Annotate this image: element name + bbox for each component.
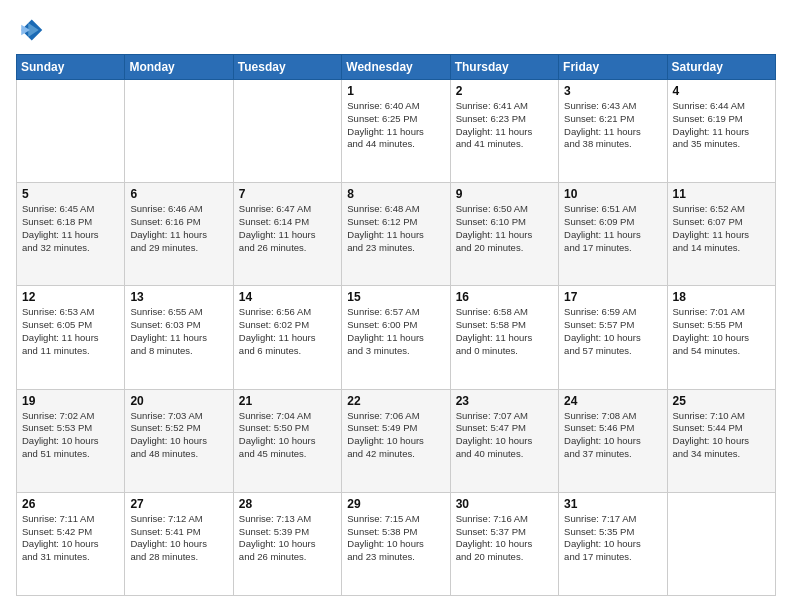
day-number: 11 (673, 187, 770, 201)
calendar-cell: 24Sunrise: 7:08 AM Sunset: 5:46 PM Dayli… (559, 389, 667, 492)
calendar-cell: 2Sunrise: 6:41 AM Sunset: 6:23 PM Daylig… (450, 80, 558, 183)
day-number: 25 (673, 394, 770, 408)
day-number: 4 (673, 84, 770, 98)
calendar-cell: 4Sunrise: 6:44 AM Sunset: 6:19 PM Daylig… (667, 80, 775, 183)
logo-icon (16, 16, 44, 44)
calendar-header-row: SundayMondayTuesdayWednesdayThursdayFrid… (17, 55, 776, 80)
day-info: Sunrise: 7:17 AM Sunset: 5:35 PM Dayligh… (564, 513, 661, 564)
day-of-week-header: Saturday (667, 55, 775, 80)
day-info: Sunrise: 7:13 AM Sunset: 5:39 PM Dayligh… (239, 513, 336, 564)
calendar-cell: 30Sunrise: 7:16 AM Sunset: 5:37 PM Dayli… (450, 492, 558, 595)
calendar-cell: 17Sunrise: 6:59 AM Sunset: 5:57 PM Dayli… (559, 286, 667, 389)
day-number: 17 (564, 290, 661, 304)
day-number: 7 (239, 187, 336, 201)
day-number: 19 (22, 394, 119, 408)
calendar-cell: 9Sunrise: 6:50 AM Sunset: 6:10 PM Daylig… (450, 183, 558, 286)
day-of-week-header: Monday (125, 55, 233, 80)
calendar-cell: 15Sunrise: 6:57 AM Sunset: 6:00 PM Dayli… (342, 286, 450, 389)
day-number: 5 (22, 187, 119, 201)
day-of-week-header: Wednesday (342, 55, 450, 80)
calendar-week-row: 12Sunrise: 6:53 AM Sunset: 6:05 PM Dayli… (17, 286, 776, 389)
day-number: 9 (456, 187, 553, 201)
day-info: Sunrise: 7:02 AM Sunset: 5:53 PM Dayligh… (22, 410, 119, 461)
calendar-week-row: 26Sunrise: 7:11 AM Sunset: 5:42 PM Dayli… (17, 492, 776, 595)
calendar-week-row: 5Sunrise: 6:45 AM Sunset: 6:18 PM Daylig… (17, 183, 776, 286)
day-info: Sunrise: 6:56 AM Sunset: 6:02 PM Dayligh… (239, 306, 336, 357)
calendar-cell: 22Sunrise: 7:06 AM Sunset: 5:49 PM Dayli… (342, 389, 450, 492)
calendar-cell: 27Sunrise: 7:12 AM Sunset: 5:41 PM Dayli… (125, 492, 233, 595)
calendar-cell (233, 80, 341, 183)
calendar-cell: 29Sunrise: 7:15 AM Sunset: 5:38 PM Dayli… (342, 492, 450, 595)
calendar-table: SundayMondayTuesdayWednesdayThursdayFrid… (16, 54, 776, 596)
day-info: Sunrise: 6:48 AM Sunset: 6:12 PM Dayligh… (347, 203, 444, 254)
day-number: 24 (564, 394, 661, 408)
day-number: 27 (130, 497, 227, 511)
day-number: 30 (456, 497, 553, 511)
calendar-cell: 10Sunrise: 6:51 AM Sunset: 6:09 PM Dayli… (559, 183, 667, 286)
day-of-week-header: Tuesday (233, 55, 341, 80)
calendar-cell: 23Sunrise: 7:07 AM Sunset: 5:47 PM Dayli… (450, 389, 558, 492)
calendar-cell: 1Sunrise: 6:40 AM Sunset: 6:25 PM Daylig… (342, 80, 450, 183)
calendar-page: SundayMondayTuesdayWednesdayThursdayFrid… (0, 0, 792, 612)
day-number: 23 (456, 394, 553, 408)
calendar-cell: 11Sunrise: 6:52 AM Sunset: 6:07 PM Dayli… (667, 183, 775, 286)
calendar-cell: 13Sunrise: 6:55 AM Sunset: 6:03 PM Dayli… (125, 286, 233, 389)
day-info: Sunrise: 7:03 AM Sunset: 5:52 PM Dayligh… (130, 410, 227, 461)
day-info: Sunrise: 6:50 AM Sunset: 6:10 PM Dayligh… (456, 203, 553, 254)
day-info: Sunrise: 7:07 AM Sunset: 5:47 PM Dayligh… (456, 410, 553, 461)
calendar-cell: 7Sunrise: 6:47 AM Sunset: 6:14 PM Daylig… (233, 183, 341, 286)
day-number: 3 (564, 84, 661, 98)
day-of-week-header: Sunday (17, 55, 125, 80)
calendar-cell: 16Sunrise: 6:58 AM Sunset: 5:58 PM Dayli… (450, 286, 558, 389)
calendar-cell: 3Sunrise: 6:43 AM Sunset: 6:21 PM Daylig… (559, 80, 667, 183)
day-number: 31 (564, 497, 661, 511)
calendar-cell: 20Sunrise: 7:03 AM Sunset: 5:52 PM Dayli… (125, 389, 233, 492)
day-info: Sunrise: 6:59 AM Sunset: 5:57 PM Dayligh… (564, 306, 661, 357)
day-number: 20 (130, 394, 227, 408)
day-number: 2 (456, 84, 553, 98)
day-info: Sunrise: 6:41 AM Sunset: 6:23 PM Dayligh… (456, 100, 553, 151)
calendar-week-row: 1Sunrise: 6:40 AM Sunset: 6:25 PM Daylig… (17, 80, 776, 183)
day-info: Sunrise: 6:52 AM Sunset: 6:07 PM Dayligh… (673, 203, 770, 254)
day-info: Sunrise: 6:57 AM Sunset: 6:00 PM Dayligh… (347, 306, 444, 357)
day-number: 14 (239, 290, 336, 304)
calendar-cell: 25Sunrise: 7:10 AM Sunset: 5:44 PM Dayli… (667, 389, 775, 492)
day-number: 18 (673, 290, 770, 304)
logo (16, 16, 46, 44)
calendar-cell: 31Sunrise: 7:17 AM Sunset: 5:35 PM Dayli… (559, 492, 667, 595)
page-header (16, 16, 776, 44)
day-info: Sunrise: 7:16 AM Sunset: 5:37 PM Dayligh… (456, 513, 553, 564)
calendar-cell: 6Sunrise: 6:46 AM Sunset: 6:16 PM Daylig… (125, 183, 233, 286)
day-info: Sunrise: 6:51 AM Sunset: 6:09 PM Dayligh… (564, 203, 661, 254)
day-number: 8 (347, 187, 444, 201)
day-info: Sunrise: 7:01 AM Sunset: 5:55 PM Dayligh… (673, 306, 770, 357)
calendar-cell: 28Sunrise: 7:13 AM Sunset: 5:39 PM Dayli… (233, 492, 341, 595)
day-number: 26 (22, 497, 119, 511)
day-info: Sunrise: 6:46 AM Sunset: 6:16 PM Dayligh… (130, 203, 227, 254)
day-info: Sunrise: 7:15 AM Sunset: 5:38 PM Dayligh… (347, 513, 444, 564)
calendar-cell (125, 80, 233, 183)
day-number: 12 (22, 290, 119, 304)
calendar-cell (667, 492, 775, 595)
day-number: 29 (347, 497, 444, 511)
calendar-cell: 12Sunrise: 6:53 AM Sunset: 6:05 PM Dayli… (17, 286, 125, 389)
day-number: 22 (347, 394, 444, 408)
day-info: Sunrise: 6:53 AM Sunset: 6:05 PM Dayligh… (22, 306, 119, 357)
calendar-cell: 21Sunrise: 7:04 AM Sunset: 5:50 PM Dayli… (233, 389, 341, 492)
calendar-cell: 18Sunrise: 7:01 AM Sunset: 5:55 PM Dayli… (667, 286, 775, 389)
day-of-week-header: Thursday (450, 55, 558, 80)
calendar-week-row: 19Sunrise: 7:02 AM Sunset: 5:53 PM Dayli… (17, 389, 776, 492)
calendar-cell: 8Sunrise: 6:48 AM Sunset: 6:12 PM Daylig… (342, 183, 450, 286)
day-number: 28 (239, 497, 336, 511)
day-info: Sunrise: 7:04 AM Sunset: 5:50 PM Dayligh… (239, 410, 336, 461)
day-number: 15 (347, 290, 444, 304)
day-info: Sunrise: 7:06 AM Sunset: 5:49 PM Dayligh… (347, 410, 444, 461)
calendar-cell: 5Sunrise: 6:45 AM Sunset: 6:18 PM Daylig… (17, 183, 125, 286)
day-info: Sunrise: 7:12 AM Sunset: 5:41 PM Dayligh… (130, 513, 227, 564)
day-info: Sunrise: 7:11 AM Sunset: 5:42 PM Dayligh… (22, 513, 119, 564)
day-info: Sunrise: 7:08 AM Sunset: 5:46 PM Dayligh… (564, 410, 661, 461)
day-info: Sunrise: 6:47 AM Sunset: 6:14 PM Dayligh… (239, 203, 336, 254)
day-number: 21 (239, 394, 336, 408)
day-number: 6 (130, 187, 227, 201)
day-number: 13 (130, 290, 227, 304)
